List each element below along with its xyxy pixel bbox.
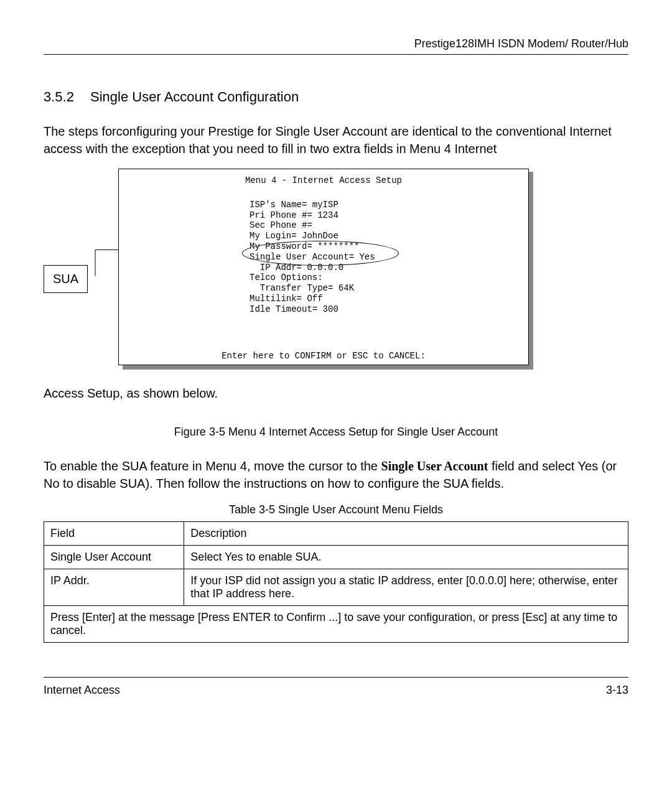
terminal-line: Telco Options: — [250, 273, 516, 283]
fields-table: Field Description Single User Account Se… — [44, 521, 628, 643]
table-cell: Single User Account — [44, 546, 184, 569]
table-footer-cell: Press [Enter] at the message [Press ENTE… — [44, 606, 628, 643]
terminal-title: Menu 4 - Internet Access Setup — [131, 175, 516, 186]
text-span: No to disable SUA). Then follow the inst… — [44, 477, 504, 490]
section-title: Single User Account Configuration — [90, 89, 299, 105]
text-span: Internet — [454, 142, 497, 156]
page-header: Prestige128IMH ISDN Modem/ Router/Hub — [44, 37, 628, 55]
terminal-line: IP Addr= 0.0.0.0 — [250, 263, 516, 273]
table-footer-row: Press [Enter] at the message [Press ENTE… — [44, 606, 628, 643]
footer-left: Internet Access — [44, 684, 120, 697]
terminal-line: My Login= JohnDoe — [250, 231, 516, 241]
product-name: Prestige128IMH ISDN Modem/ Router/Hub — [414, 37, 628, 50]
table-cell: If your ISP did not assign you a static … — [184, 569, 628, 606]
text-span: configuring your Prestige for Single Use… — [44, 124, 612, 156]
terminal-box: Menu 4 - Internet Access Setup ISP's Nam… — [118, 169, 529, 365]
terminal-line: Single User Account= Yes — [250, 252, 516, 263]
terminal-line: Transfer Type= 64K — [250, 283, 516, 294]
text-span: field and select — [488, 459, 574, 473]
bold-field-name: Single User Account — [381, 459, 488, 473]
table-row: Single User Account Select Yes to enable… — [44, 546, 628, 569]
text-span: Yes (or — [578, 459, 617, 473]
terminal-fields: ISP's Name= myISP Pri Phone #= 1234 Sec … — [250, 200, 516, 315]
section-heading: 3.5.2 Single User Account Configuration — [44, 89, 628, 105]
terminal-line: Idle Timeout= 300 — [250, 304, 516, 315]
caption-below-box: Access Setup, as shown below. — [44, 386, 628, 401]
intro-paragraph: The steps forconfiguring your Prestige f… — [44, 123, 628, 157]
terminal-line: Pri Phone #= 1234 — [250, 210, 516, 221]
table-caption: Table 3-5 Single User Account Menu Field… — [44, 503, 628, 516]
sua-callout-label: SUA — [44, 265, 88, 293]
text-span: To enable the SUA feature in Menu 4, mov… — [44, 459, 378, 473]
page-footer: Internet Access 3-13 — [44, 677, 628, 697]
terminal-diagram: SUA Menu 4 - Internet Access Setup ISP's… — [44, 169, 628, 380]
terminal-confirm-line: Enter here to CONFIRM or ESC to CANCEL: — [131, 351, 516, 361]
table-header-cell: Field — [44, 522, 184, 546]
section-number: 3.5.2 — [44, 89, 74, 105]
terminal-line: Multilink= Off — [250, 294, 516, 304]
table-cell: Select Yes to enable SUA. — [184, 546, 628, 569]
terminal-line: ISP's Name= myISP — [250, 200, 516, 210]
text-span: The steps for — [44, 124, 116, 138]
table-header-row: Field Description — [44, 522, 628, 546]
table-header-cell: Description — [184, 522, 628, 546]
terminal-line: Sec Phone #= — [250, 220, 516, 231]
footer-page-number: 3-13 — [606, 684, 628, 697]
enable-paragraph: To enable the SUA feature in Menu 4, mov… — [44, 457, 628, 492]
table-row: IP Addr. If your ISP did not assign you … — [44, 569, 628, 606]
figure-caption: Figure 3-5 Menu 4 Internet Access Setup … — [44, 426, 628, 439]
table-cell: IP Addr. — [44, 569, 184, 606]
callout-line — [95, 250, 96, 276]
terminal-line: My Password= ******** — [250, 241, 516, 252]
